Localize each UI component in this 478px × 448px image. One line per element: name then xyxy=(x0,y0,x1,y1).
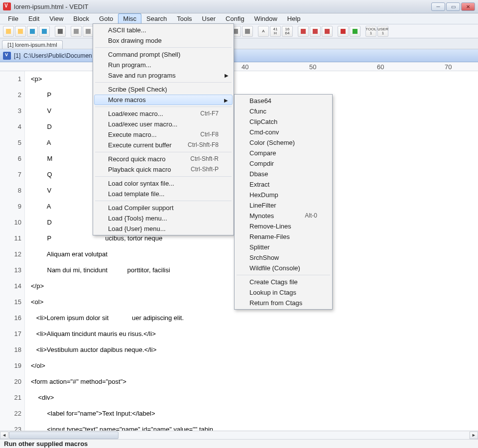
close-button[interactable]: ✕ xyxy=(461,2,475,11)
code-line[interactable]: <label for="name">Text Input:</label> xyxy=(31,406,478,422)
menu-item-hexdump[interactable]: HexDump xyxy=(236,190,331,200)
menu-item-save-and-run-programs[interactable]: Save and run programs▶ xyxy=(94,70,233,81)
code-line[interactable]: <li>Aliquam tincidunt mauris eu risus.</… xyxy=(31,326,478,342)
menu-item-command-prompt-shell[interactable]: Command prompt (Shell) xyxy=(94,49,233,60)
menu-item-more-macros[interactable]: More macros▶ xyxy=(94,95,233,105)
column2-icon[interactable] xyxy=(242,26,253,37)
hline3-icon[interactable] xyxy=(322,26,333,37)
line-number: 14 xyxy=(0,278,21,294)
menu-search[interactable]: Search xyxy=(141,13,172,24)
line-number: 8 xyxy=(0,183,21,199)
menu-item-label: Load template file... xyxy=(108,190,164,198)
play-macro-icon[interactable] xyxy=(350,26,360,37)
menu-user[interactable]: User xyxy=(197,13,221,24)
menu-item-load-tools-menu[interactable]: Load {Tools} menu... xyxy=(94,213,233,224)
menu-item-clipcatch[interactable]: ClipCatch xyxy=(236,116,331,127)
menu-item-load-color-syntax-file[interactable]: Load color syntax file... xyxy=(94,178,233,189)
menu-item-return-from-ctags[interactable]: Return from Ctags xyxy=(236,298,331,308)
scroll-left-button[interactable]: ◄ xyxy=(0,432,8,439)
menu-item-rename-files[interactable]: Rename-Files xyxy=(236,231,331,242)
menu-item-label: Record quick macro xyxy=(108,155,166,163)
menu-item-label: Color (Scheme) xyxy=(249,139,295,146)
menu-item-dbase[interactable]: Dbase xyxy=(236,169,331,179)
menu-item-srchshow[interactable]: SrchShow xyxy=(236,252,331,263)
scroll-right-button[interactable]: ► xyxy=(470,432,478,439)
code-line[interactable]: <form action="#" method="post"> xyxy=(31,374,478,390)
submenu-arrow-icon: ▶ xyxy=(225,73,229,78)
menu-item-compare[interactable]: Compare xyxy=(236,148,331,158)
width-41-icon[interactable]: 41 H xyxy=(270,26,281,37)
record-macro-icon[interactable] xyxy=(338,26,349,37)
font-a-icon[interactable]: A xyxy=(258,26,269,37)
menu-item-cfunc[interactable]: Cfunc xyxy=(236,106,331,116)
menu-misc[interactable]: Misc xyxy=(118,13,141,24)
cut-icon[interactable] xyxy=(71,26,82,37)
menu-goto[interactable]: Goto xyxy=(94,13,118,24)
hline2-icon[interactable] xyxy=(310,26,321,37)
open-icon[interactable] xyxy=(15,26,26,37)
menu-file[interactable]: File xyxy=(3,13,23,24)
menu-tools[interactable]: Tools xyxy=(172,13,197,24)
menu-item-shortcut: Ctrl-F8 xyxy=(200,131,219,138)
menu-help[interactable]: Help xyxy=(282,13,306,24)
menu-item-record-quick-macro[interactable]: Record quick macroCtrl-Shft-R xyxy=(94,154,233,164)
menu-item-wildfile-console[interactable]: Wildfile (Console) xyxy=(236,263,331,273)
menu-window[interactable]: Window xyxy=(249,13,282,24)
menu-item-box-drawing-mode[interactable]: Box drawing mode xyxy=(94,35,233,46)
menu-item-remove-lines[interactable]: Remove-Lines xyxy=(236,221,331,231)
menu-config[interactable]: Config xyxy=(221,13,249,24)
scroll-track[interactable] xyxy=(9,432,469,439)
menu-item-label: Load Compiler support xyxy=(108,204,174,212)
menu-item-load-compiler-support[interactable]: Load Compiler support xyxy=(94,203,233,213)
code-line[interactable]: </ol> xyxy=(31,358,478,374)
menu-edit[interactable]: Edit xyxy=(23,13,44,24)
misc-menu-dropdown[interactable]: ASCII table...Box drawing modeCommand pr… xyxy=(93,23,234,235)
new-file-icon[interactable] xyxy=(3,26,14,37)
save-all-icon[interactable] xyxy=(39,26,50,37)
scroll-thumb[interactable] xyxy=(9,432,119,439)
more-macros-submenu[interactable]: Base64CfuncClipCatchCmd-convColor (Schem… xyxy=(234,94,333,310)
line-number: 17 xyxy=(0,326,21,342)
submenu-arrow-icon: ▶ xyxy=(224,98,228,103)
menu-item-extract[interactable]: Extract xyxy=(236,179,331,190)
file-tab[interactable]: [1] lorem-ipsum.html xyxy=(2,40,63,49)
user1-icon[interactable]: USER 1 xyxy=(377,26,388,37)
menu-item-scribe-spell-check[interactable]: Scribe (Spell Check) xyxy=(94,84,233,95)
copy-icon[interactable] xyxy=(83,26,94,37)
menu-item-load-exec-user-macro[interactable]: Load/exec user macro... xyxy=(94,119,233,129)
menu-item-load-template-file[interactable]: Load template file... xyxy=(94,189,233,199)
code-line[interactable]: <li>Lorem ipsum dolor sit uer adipiscing… xyxy=(31,310,478,326)
menu-item-shortcut: Ctrl-Shft-F8 xyxy=(188,141,219,149)
menu-item-mynotes[interactable]: MynotesAlt-0 xyxy=(236,211,331,221)
menu-item-label: Cfunc xyxy=(249,108,266,115)
width-16-icon[interactable]: 16 64 xyxy=(282,26,293,37)
menu-item-label: Save and run programs xyxy=(108,72,176,79)
menu-item-linefilter[interactable]: LineFilter xyxy=(236,200,331,211)
save-icon[interactable] xyxy=(27,26,38,37)
horizontal-scrollbar[interactable]: ◄ ► xyxy=(0,431,478,439)
menu-item-execute-macro[interactable]: Execute macro...Ctrl-F8 xyxy=(94,129,233,140)
menu-item-color-scheme[interactable]: Color (Scheme) xyxy=(236,137,331,148)
menu-item-base64[interactable]: Base64 xyxy=(236,96,331,106)
menu-item-playback-quick-macro[interactable]: Playback quick macroCtrl-Shft-P xyxy=(94,164,233,175)
menu-item-compdir[interactable]: Compdir xyxy=(236,158,331,169)
code-line[interactable]: <li>Vestibulum auctor dapibus neque.</li… xyxy=(31,342,478,358)
menu-item-load-exec-macro[interactable]: Load/exec macro...Ctrl-F7 xyxy=(94,109,233,119)
hline-icon[interactable] xyxy=(298,26,309,37)
menu-view[interactable]: View xyxy=(44,13,68,24)
tool1-icon[interactable]: TOOL 1 xyxy=(365,26,376,37)
minimize-button[interactable]: ─ xyxy=(431,2,445,11)
menu-item-ascii-table[interactable]: ASCII table... xyxy=(94,25,233,35)
menu-item-splitter[interactable]: Splitter xyxy=(236,242,331,252)
menu-item-run-program[interactable]: Run program... xyxy=(94,60,233,70)
document-path: C:\Users\Public\Documen xyxy=(23,52,92,59)
menu-item-lookup-in-ctags[interactable]: Lookup in Ctags xyxy=(236,287,331,298)
menu-item-create-ctags-file[interactable]: Create Ctags file xyxy=(236,277,331,287)
menu-item-execute-current-buffer[interactable]: Execute current bufferCtrl-Shft-F8 xyxy=(94,140,233,150)
menu-item-cmd-conv[interactable]: Cmd-conv xyxy=(236,127,331,137)
code-line[interactable]: <div> xyxy=(31,390,478,406)
maximize-button[interactable]: ▭ xyxy=(446,2,460,11)
print-icon[interactable] xyxy=(55,26,66,37)
menu-item-load-user-menu[interactable]: Load {User} menu... xyxy=(94,224,233,234)
menu-block[interactable]: Block xyxy=(68,13,94,24)
